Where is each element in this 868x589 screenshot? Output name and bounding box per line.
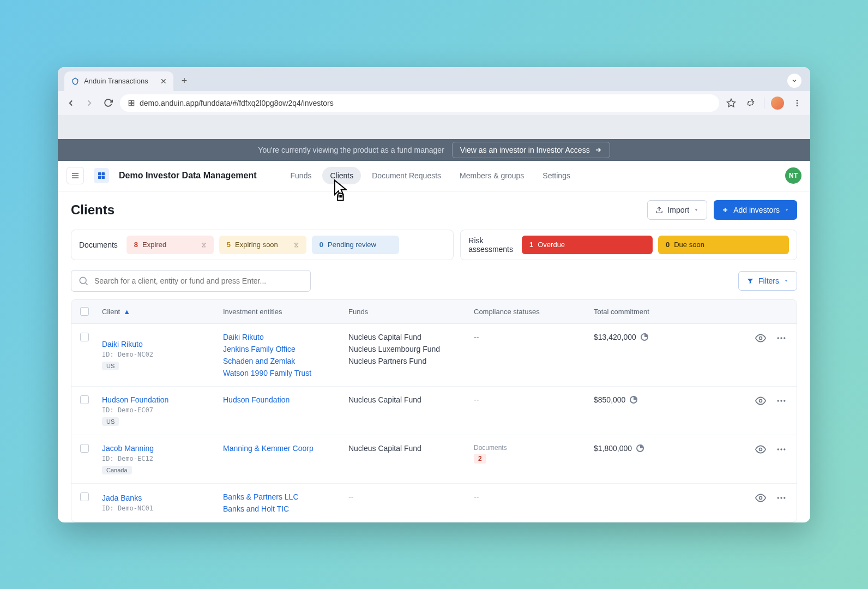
more-icon[interactable]	[776, 444, 787, 474]
view-as-investor-button[interactable]: View as an investor in Investor Access	[452, 142, 610, 158]
select-all-checkbox[interactable]	[80, 307, 89, 316]
reload-icon[interactable]	[101, 97, 114, 110]
pie-chart-icon[interactable]	[636, 444, 644, 452]
bookmark-icon[interactable]	[725, 97, 738, 110]
browser-tab[interactable]: Anduin Transactions ✕	[64, 71, 173, 91]
add-investors-button[interactable]: Add investors	[714, 200, 797, 220]
search-input[interactable]	[94, 277, 304, 285]
svg-point-24	[760, 399, 762, 402]
more-icon[interactable]	[776, 333, 787, 377]
user-avatar[interactable]: NT	[785, 167, 801, 184]
entity-link[interactable]: Banks & Partners LLC	[223, 492, 348, 501]
filters-label: Filters	[758, 277, 779, 285]
view-icon[interactable]	[755, 492, 766, 513]
browser-chrome-gap	[58, 115, 810, 139]
nav-document-requests[interactable]: Document Requests	[364, 167, 449, 184]
pending-pill[interactable]: 0 Pending review	[312, 236, 399, 254]
import-label: Import	[667, 206, 689, 214]
view-icon[interactable]	[755, 395, 766, 426]
client-name-link[interactable]: Hudson Foundation	[102, 395, 168, 404]
extensions-icon[interactable]	[744, 97, 757, 110]
search-box[interactable]	[71, 270, 311, 292]
sort-asc-icon: ▲	[123, 308, 130, 316]
client-name-link[interactable]: Jada Banks	[102, 494, 153, 502]
column-client[interactable]: Client ▲	[98, 308, 223, 316]
nav-clients[interactable]: Clients	[322, 167, 361, 184]
more-icon[interactable]	[776, 492, 787, 513]
row-checkbox[interactable]	[80, 333, 89, 341]
pie-chart-icon[interactable]	[641, 333, 648, 341]
plus-icon	[721, 206, 729, 214]
expiring-pill[interactable]: 5 Expiring soon ⧖	[219, 236, 306, 254]
column-compliance[interactable]: Compliance statuses	[474, 308, 594, 316]
column-entities[interactable]: Investment entities	[223, 308, 348, 316]
new-tab-button[interactable]: +	[177, 74, 192, 89]
import-icon	[655, 206, 663, 214]
pie-chart-icon[interactable]	[630, 396, 637, 404]
browser-menu-icon[interactable]	[791, 97, 804, 110]
svg-rect-11	[98, 172, 101, 175]
view-icon[interactable]	[755, 333, 766, 377]
svg-point-29	[777, 448, 779, 450]
tabs-dropdown-icon[interactable]	[787, 74, 801, 88]
entity-link[interactable]: Daiki Rikuto	[223, 333, 348, 341]
url-bar[interactable]: demo.anduin.app/funddata/#/fdfxq2l0pg8ow…	[120, 94, 719, 112]
entity-link[interactable]: Hudson Foundation	[223, 395, 348, 404]
page-title: Clients	[71, 202, 114, 218]
row-checkbox[interactable]	[80, 444, 89, 453]
entity-link[interactable]: Jenkins Family Office	[223, 345, 348, 353]
site-info-icon[interactable]	[128, 99, 135, 107]
column-funds[interactable]: Funds	[348, 308, 474, 316]
svg-point-33	[777, 497, 779, 498]
nav-settings[interactable]: Settings	[535, 167, 578, 184]
clients-table: Client ▲ Investment entities Funds Compl…	[71, 299, 797, 522]
hourglass-icon: ⧖	[294, 241, 299, 249]
status-row: Documents 8 Expired ⧖ 5 Expiring soon ⧖ …	[71, 230, 797, 260]
page-header: Clients Import Add investors	[71, 200, 797, 220]
chevron-down-icon	[784, 207, 789, 213]
hourglass-icon: ⧖	[201, 241, 206, 249]
nav-members-groups[interactable]: Members & groups	[452, 167, 532, 184]
entity-link[interactable]: Manning & Kemmer Coorp	[223, 444, 348, 453]
entity-link[interactable]: Watson 1990 Family Trust	[223, 369, 348, 377]
overdue-pill[interactable]: 1 Overdue	[522, 236, 653, 254]
browser-window: Anduin Transactions ✕ + demo.anduin.app/…	[58, 67, 810, 522]
menu-icon[interactable]	[67, 167, 84, 184]
pending-count: 0	[320, 241, 323, 249]
tab-close-icon[interactable]: ✕	[160, 77, 167, 86]
more-icon[interactable]	[776, 395, 787, 426]
entity-link[interactable]: Schaden and Zemlak	[223, 357, 348, 365]
nav-funds[interactable]: Funds	[283, 167, 320, 184]
import-button[interactable]: Import	[647, 200, 707, 220]
documents-label: Documents	[79, 241, 118, 249]
client-name-link[interactable]: Daiki Rikuto	[102, 340, 153, 348]
svg-rect-12	[102, 172, 105, 175]
svg-rect-2	[129, 103, 131, 105]
overdue-label: Overdue	[538, 241, 565, 249]
compliance-badge[interactable]: 2	[474, 454, 486, 464]
row-checkbox[interactable]	[80, 395, 89, 404]
column-commitment[interactable]: Total commitment	[594, 308, 714, 316]
page-content: Clients Import Add investors Documents	[58, 191, 810, 522]
row-checkbox[interactable]	[80, 492, 89, 501]
svg-point-25	[777, 400, 779, 401]
svg-point-5	[797, 100, 798, 101]
url-text: demo.anduin.app/funddata/#/fdfxq2l0pg8ow…	[140, 99, 334, 107]
expired-pill[interactable]: 8 Expired ⧖	[126, 236, 214, 254]
fund-name: Nucleus Capital Fund	[348, 444, 474, 453]
svg-line-19	[86, 283, 87, 285]
client-name-link[interactable]: Jacob Manning	[102, 444, 154, 453]
entity-link[interactable]: Banks and Holt TIC	[223, 504, 348, 513]
svg-point-18	[80, 277, 86, 284]
country-pill: US	[102, 362, 119, 370]
due-pill[interactable]: 0 Due soon	[658, 236, 789, 254]
svg-point-28	[760, 448, 762, 450]
back-icon[interactable]	[64, 97, 77, 110]
svg-point-22	[780, 337, 782, 339]
svg-rect-14	[102, 176, 105, 179]
view-icon[interactable]	[755, 444, 766, 474]
filters-button[interactable]: Filters	[738, 271, 797, 291]
profile-avatar-icon[interactable]	[771, 97, 784, 110]
compliance-empty: --	[474, 395, 479, 404]
forward-icon[interactable]	[83, 97, 96, 110]
